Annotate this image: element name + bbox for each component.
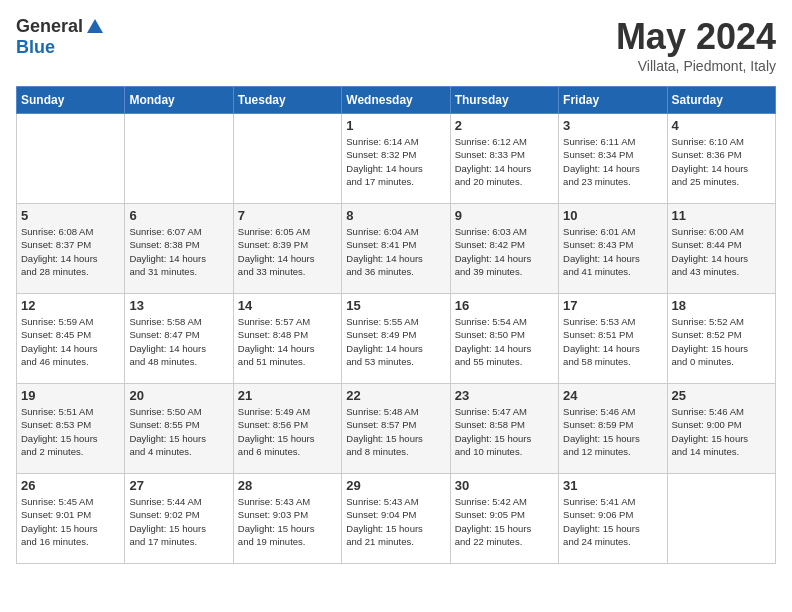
weekday-header-monday: Monday (125, 87, 233, 114)
calendar-cell: 21Sunrise: 5:49 AM Sunset: 8:56 PM Dayli… (233, 384, 341, 474)
calendar-header: SundayMondayTuesdayWednesdayThursdayFrid… (17, 87, 776, 114)
calendar-cell (233, 114, 341, 204)
day-number: 30 (455, 478, 554, 493)
month-title: May 2024 (616, 16, 776, 58)
calendar-table: SundayMondayTuesdayWednesdayThursdayFrid… (16, 86, 776, 564)
day-number: 27 (129, 478, 228, 493)
weekday-header-tuesday: Tuesday (233, 87, 341, 114)
day-number: 14 (238, 298, 337, 313)
day-info: Sunrise: 6:12 AM Sunset: 8:33 PM Dayligh… (455, 135, 554, 188)
day-info: Sunrise: 6:14 AM Sunset: 8:32 PM Dayligh… (346, 135, 445, 188)
weekday-header-sunday: Sunday (17, 87, 125, 114)
weekday-row: SundayMondayTuesdayWednesdayThursdayFrid… (17, 87, 776, 114)
day-info: Sunrise: 5:52 AM Sunset: 8:52 PM Dayligh… (672, 315, 771, 368)
day-number: 29 (346, 478, 445, 493)
day-number: 16 (455, 298, 554, 313)
day-number: 21 (238, 388, 337, 403)
calendar-cell: 10Sunrise: 6:01 AM Sunset: 8:43 PM Dayli… (559, 204, 667, 294)
calendar-cell: 3Sunrise: 6:11 AM Sunset: 8:34 PM Daylig… (559, 114, 667, 204)
location-text: Villata, Piedmont, Italy (616, 58, 776, 74)
day-number: 12 (21, 298, 120, 313)
calendar-cell: 23Sunrise: 5:47 AM Sunset: 8:58 PM Dayli… (450, 384, 558, 474)
calendar-week-row: 5Sunrise: 6:08 AM Sunset: 8:37 PM Daylig… (17, 204, 776, 294)
calendar-cell: 26Sunrise: 5:45 AM Sunset: 9:01 PM Dayli… (17, 474, 125, 564)
day-number: 19 (21, 388, 120, 403)
calendar-cell: 29Sunrise: 5:43 AM Sunset: 9:04 PM Dayli… (342, 474, 450, 564)
day-info: Sunrise: 5:49 AM Sunset: 8:56 PM Dayligh… (238, 405, 337, 458)
day-info: Sunrise: 5:44 AM Sunset: 9:02 PM Dayligh… (129, 495, 228, 548)
logo-icon (85, 17, 105, 37)
day-number: 5 (21, 208, 120, 223)
day-info: Sunrise: 5:46 AM Sunset: 9:00 PM Dayligh… (672, 405, 771, 458)
day-info: Sunrise: 5:46 AM Sunset: 8:59 PM Dayligh… (563, 405, 662, 458)
day-info: Sunrise: 5:59 AM Sunset: 8:45 PM Dayligh… (21, 315, 120, 368)
day-info: Sunrise: 6:01 AM Sunset: 8:43 PM Dayligh… (563, 225, 662, 278)
day-number: 9 (455, 208, 554, 223)
day-number: 31 (563, 478, 662, 493)
day-info: Sunrise: 5:47 AM Sunset: 8:58 PM Dayligh… (455, 405, 554, 458)
calendar-cell: 6Sunrise: 6:07 AM Sunset: 8:38 PM Daylig… (125, 204, 233, 294)
calendar-cell: 17Sunrise: 5:53 AM Sunset: 8:51 PM Dayli… (559, 294, 667, 384)
day-number: 4 (672, 118, 771, 133)
calendar-cell: 8Sunrise: 6:04 AM Sunset: 8:41 PM Daylig… (342, 204, 450, 294)
day-number: 7 (238, 208, 337, 223)
day-number: 22 (346, 388, 445, 403)
calendar-cell: 20Sunrise: 5:50 AM Sunset: 8:55 PM Dayli… (125, 384, 233, 474)
day-number: 6 (129, 208, 228, 223)
weekday-header-wednesday: Wednesday (342, 87, 450, 114)
day-info: Sunrise: 5:43 AM Sunset: 9:04 PM Dayligh… (346, 495, 445, 548)
day-number: 3 (563, 118, 662, 133)
calendar-cell: 19Sunrise: 5:51 AM Sunset: 8:53 PM Dayli… (17, 384, 125, 474)
day-number: 26 (21, 478, 120, 493)
day-number: 15 (346, 298, 445, 313)
day-number: 13 (129, 298, 228, 313)
logo-blue-text: Blue (16, 37, 55, 58)
calendar-cell: 25Sunrise: 5:46 AM Sunset: 9:00 PM Dayli… (667, 384, 775, 474)
calendar-cell: 31Sunrise: 5:41 AM Sunset: 9:06 PM Dayli… (559, 474, 667, 564)
calendar-cell: 9Sunrise: 6:03 AM Sunset: 8:42 PM Daylig… (450, 204, 558, 294)
day-info: Sunrise: 5:41 AM Sunset: 9:06 PM Dayligh… (563, 495, 662, 548)
day-info: Sunrise: 5:48 AM Sunset: 8:57 PM Dayligh… (346, 405, 445, 458)
day-info: Sunrise: 5:45 AM Sunset: 9:01 PM Dayligh… (21, 495, 120, 548)
day-info: Sunrise: 6:08 AM Sunset: 8:37 PM Dayligh… (21, 225, 120, 278)
calendar-cell: 24Sunrise: 5:46 AM Sunset: 8:59 PM Dayli… (559, 384, 667, 474)
calendar-cell: 14Sunrise: 5:57 AM Sunset: 8:48 PM Dayli… (233, 294, 341, 384)
calendar-week-row: 26Sunrise: 5:45 AM Sunset: 9:01 PM Dayli… (17, 474, 776, 564)
logo: General Blue (16, 16, 105, 58)
calendar-cell: 13Sunrise: 5:58 AM Sunset: 8:47 PM Dayli… (125, 294, 233, 384)
day-info: Sunrise: 6:03 AM Sunset: 8:42 PM Dayligh… (455, 225, 554, 278)
calendar-cell: 22Sunrise: 5:48 AM Sunset: 8:57 PM Dayli… (342, 384, 450, 474)
day-info: Sunrise: 5:53 AM Sunset: 8:51 PM Dayligh… (563, 315, 662, 368)
day-number: 24 (563, 388, 662, 403)
svg-marker-0 (87, 19, 103, 33)
calendar-cell: 7Sunrise: 6:05 AM Sunset: 8:39 PM Daylig… (233, 204, 341, 294)
day-number: 23 (455, 388, 554, 403)
day-number: 8 (346, 208, 445, 223)
day-number: 10 (563, 208, 662, 223)
page-header: General Blue May 2024 Villata, Piedmont,… (16, 16, 776, 74)
calendar-cell: 18Sunrise: 5:52 AM Sunset: 8:52 PM Dayli… (667, 294, 775, 384)
day-info: Sunrise: 5:43 AM Sunset: 9:03 PM Dayligh… (238, 495, 337, 548)
calendar-cell: 5Sunrise: 6:08 AM Sunset: 8:37 PM Daylig… (17, 204, 125, 294)
day-info: Sunrise: 5:55 AM Sunset: 8:49 PM Dayligh… (346, 315, 445, 368)
calendar-cell: 28Sunrise: 5:43 AM Sunset: 9:03 PM Dayli… (233, 474, 341, 564)
day-info: Sunrise: 6:11 AM Sunset: 8:34 PM Dayligh… (563, 135, 662, 188)
day-info: Sunrise: 5:54 AM Sunset: 8:50 PM Dayligh… (455, 315, 554, 368)
calendar-cell: 15Sunrise: 5:55 AM Sunset: 8:49 PM Dayli… (342, 294, 450, 384)
calendar-cell: 11Sunrise: 6:00 AM Sunset: 8:44 PM Dayli… (667, 204, 775, 294)
calendar-cell: 30Sunrise: 5:42 AM Sunset: 9:05 PM Dayli… (450, 474, 558, 564)
day-number: 11 (672, 208, 771, 223)
day-info: Sunrise: 5:57 AM Sunset: 8:48 PM Dayligh… (238, 315, 337, 368)
calendar-cell: 12Sunrise: 5:59 AM Sunset: 8:45 PM Dayli… (17, 294, 125, 384)
day-number: 25 (672, 388, 771, 403)
weekday-header-thursday: Thursday (450, 87, 558, 114)
weekday-header-saturday: Saturday (667, 87, 775, 114)
calendar-body: 1Sunrise: 6:14 AM Sunset: 8:32 PM Daylig… (17, 114, 776, 564)
calendar-cell (17, 114, 125, 204)
day-info: Sunrise: 6:00 AM Sunset: 8:44 PM Dayligh… (672, 225, 771, 278)
calendar-week-row: 1Sunrise: 6:14 AM Sunset: 8:32 PM Daylig… (17, 114, 776, 204)
calendar-week-row: 12Sunrise: 5:59 AM Sunset: 8:45 PM Dayli… (17, 294, 776, 384)
calendar-cell: 16Sunrise: 5:54 AM Sunset: 8:50 PM Dayli… (450, 294, 558, 384)
day-number: 18 (672, 298, 771, 313)
day-info: Sunrise: 5:58 AM Sunset: 8:47 PM Dayligh… (129, 315, 228, 368)
